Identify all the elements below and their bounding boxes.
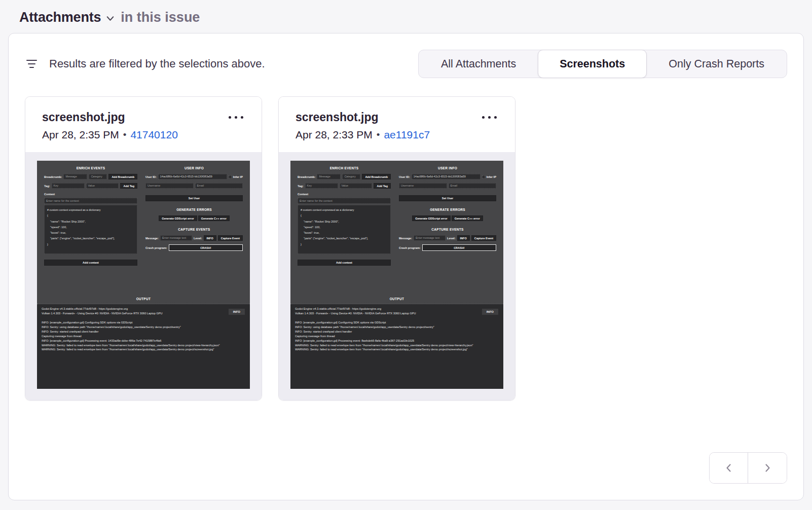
thumb-add-breadcrumb-button: Add Breadcrumb: [362, 174, 391, 179]
attachment-card-body: ENRICH EVENTS Breadcrumb: Message Catego…: [25, 152, 262, 400]
thumb-message-input: Enter message text: [414, 235, 446, 241]
thumb-log-level-button: INFO: [482, 309, 498, 315]
attachment-thumbnail[interactable]: ENRICH EVENTS Breadcrumb: Message Catego…: [290, 161, 503, 389]
thumb-crash-button: CRASH!: [422, 244, 496, 251]
page-subtitle: in this issue: [121, 10, 200, 25]
thumb-cpp-error-button: Generate C++ error: [198, 215, 230, 221]
attachment-date: Apr 28, 2:33 PM: [296, 129, 373, 141]
attachments-type-dropdown[interactable]: Attachments: [19, 10, 115, 25]
tab[interactable]: All Attachments: [419, 50, 538, 78]
attachment-card: screenshot.jpg Apr 28, 2:33 PM • ae1191c…: [278, 96, 515, 400]
thumb-level-label: Level:: [194, 237, 202, 240]
chevron-right-icon: [762, 462, 773, 473]
thumb-tag-key-input: Key: [52, 183, 85, 189]
thumb-tag-label: Tag:: [44, 185, 50, 188]
next-page-button[interactable]: [748, 453, 787, 483]
thumb-crash-button: CRASH!: [169, 244, 243, 251]
thumb-breadcrumb-label: Breadcrumb:: [44, 175, 62, 178]
prev-page-button[interactable]: [710, 453, 748, 483]
thumb-breadcrumb-message-input: Message: [63, 174, 87, 179]
thumb-context-name-input: Enter name for the context: [44, 198, 137, 204]
thumb-context-label: Context: [44, 193, 137, 196]
thumb-user-id-input: 14ac686b-6a6d-42c3-6515-bb130f083a59: [158, 174, 227, 179]
thumb-infer-ip-checkbox: [229, 175, 232, 178]
thumb-tag-label: Tag:: [298, 185, 304, 188]
thumb-output-title: OUTPUT: [290, 297, 503, 301]
attachment-card-body: ENRICH EVENTS Breadcrumb: Message Catego…: [279, 152, 515, 400]
thumb-level-label: Level:: [447, 237, 455, 240]
thumb-add-tag-button: Add Tag: [374, 183, 391, 189]
attachment-menu-button[interactable]: [481, 112, 498, 123]
thumb-enrich-events-title: ENRICH EVENTS: [298, 166, 391, 170]
thumb-crash-label: Crash program:: [145, 246, 167, 249]
thumb-context-label: Context: [298, 193, 391, 196]
thumb-user-info-title: USER INFO: [399, 166, 496, 170]
thumb-context-code-editor: # custom context expressed as a dictiona…: [298, 205, 391, 254]
attachments-grid: screenshot.jpg Apr 28, 2:35 PM • 4174012…: [25, 96, 787, 400]
thumb-add-context-button: Add context: [44, 260, 137, 266]
thumb-context-code-editor: # custom context expressed as a dictiona…: [44, 205, 137, 254]
attachment-thumbnail[interactable]: ENRICH EVENTS Breadcrumb: Message Catego…: [37, 161, 250, 389]
attachment-card-header: screenshot.jpg Apr 28, 2:33 PM • ae1191c…: [279, 97, 515, 152]
thumb-message-input: Enter message text: [160, 235, 192, 241]
thumb-crash-label: Crash program:: [399, 246, 421, 249]
thumb-gdscript-error-button: Generate GDScript error: [159, 215, 197, 221]
thumb-breadcrumb-category-input: Category: [89, 174, 107, 179]
thumb-add-tag-button: Add Tag: [120, 183, 137, 189]
thumb-add-context-button: Add context: [298, 260, 391, 266]
thumb-infer-ip-checkbox: [482, 175, 485, 178]
thumb-user-id-input: 14ac686b-6a6d-42c3-6515-bb130f083a59: [412, 174, 481, 179]
thumb-email-input: Email: [449, 183, 497, 189]
filter-note: Results are filtered by the selections a…: [49, 57, 265, 70]
thumb-username-input: Username: [399, 183, 447, 189]
thumb-add-breadcrumb-button: Add Breadcrumb: [108, 174, 137, 179]
thumb-context-name-input: Enter name for the context: [298, 198, 391, 204]
thumb-infer-ip-label: Infer IP: [233, 175, 243, 178]
thumb-cpp-error-button: Generate C++ error: [452, 215, 483, 221]
thumb-output-console: INFO Godot Engine v4.3.stable.official.7…: [37, 304, 250, 389]
thumb-enrich-events-title: ENRICH EVENTS: [44, 166, 137, 170]
page-title: Attachments: [19, 10, 101, 25]
thumb-tag-value-input: Value: [340, 183, 373, 189]
pagination: [709, 452, 787, 484]
attachment-filename: screenshot.jpg: [42, 111, 125, 124]
thumb-username-input: Username: [145, 183, 194, 189]
thumb-output-title: OUTPUT: [37, 297, 250, 301]
thumb-user-id-label: User ID:: [399, 175, 410, 178]
event-id-link[interactable]: ae1191c7: [384, 129, 430, 141]
thumb-generate-errors-title: GENERATE ERRORS: [399, 208, 496, 211]
thumb-capture-event-button: Capture Event: [218, 235, 243, 241]
thumb-output-console: INFO Godot Engine v4.3.stable.official.7…: [290, 304, 503, 389]
attachment-card-header: screenshot.jpg Apr 28, 2:35 PM • 4174012…: [25, 97, 262, 152]
thumb-console-log: Godot Engine v4.3.stable.official.77dcf9…: [295, 307, 499, 352]
thumb-level-select: INFO: [457, 235, 470, 241]
filter-icon: [25, 60, 38, 68]
thumb-set-user-button: Set User: [145, 195, 243, 201]
chevron-left-icon: [723, 462, 734, 473]
tab[interactable]: Only Crash Reports: [646, 50, 787, 78]
thumb-tag-value-input: Value: [86, 183, 119, 189]
attachment-card: screenshot.jpg Apr 28, 2:35 PM • 4174012…: [25, 96, 262, 400]
thumb-breadcrumb-label: Breadcrumb:: [298, 175, 315, 178]
event-id-link[interactable]: 41740120: [130, 129, 177, 141]
attachment-date: Apr 28, 2:35 PM: [42, 129, 119, 141]
thumb-capture-event-button: Capture Event: [471, 235, 496, 241]
thumb-user-id-label: User ID:: [145, 175, 157, 178]
meta-separator: •: [377, 129, 380, 140]
thumb-message-label: Message:: [145, 237, 159, 240]
attachment-type-tabs: All AttachmentsScreenshotsOnly Crash Rep…: [418, 50, 787, 78]
thumb-log-level-button: INFO: [229, 309, 245, 315]
tab[interactable]: Screenshots: [538, 50, 647, 78]
thumb-set-user-button: Set User: [399, 195, 496, 201]
page-header: Attachments in this issue: [0, 0, 812, 26]
thumb-generate-errors-title: GENERATE ERRORS: [145, 208, 243, 211]
thumb-capture-events-title: CAPTURE EVENTS: [145, 228, 243, 231]
attachment-menu-button[interactable]: [227, 112, 245, 123]
chevron-down-icon: [105, 14, 115, 23]
thumb-tag-key-input: Key: [305, 183, 338, 189]
toolbar: Results are filtered by the selections a…: [25, 50, 787, 78]
meta-separator: •: [123, 129, 127, 140]
attachments-panel: Results are filtered by the selections a…: [8, 33, 804, 500]
thumb-breadcrumb-message-input: Message: [317, 174, 341, 179]
thumb-message-label: Message:: [399, 237, 412, 240]
